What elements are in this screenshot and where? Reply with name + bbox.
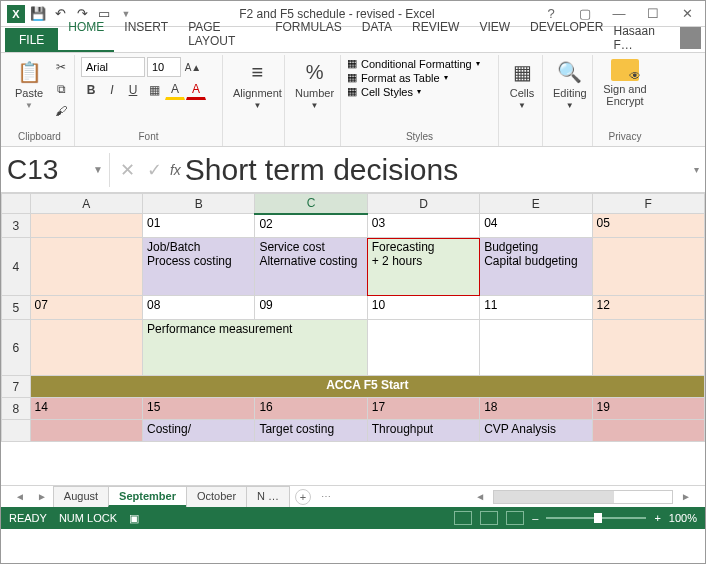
grow-font-icon[interactable]: A▲ [183,57,203,77]
cell[interactable] [592,320,704,376]
cell[interactable]: Job/Batch Process costing [143,238,255,296]
row-header-[interactable] [2,420,31,442]
cells-button[interactable]: ▦Cells▼ [505,57,539,112]
close-icon[interactable]: ✕ [673,6,701,21]
macro-record-icon[interactable]: ▣ [129,512,139,525]
cell[interactable]: 18 [480,398,592,420]
conditional-formatting-button[interactable]: ▦Conditional Formatting▾ [347,57,480,70]
column-header-B[interactable]: B [143,194,255,214]
cell[interactable]: 11 [480,296,592,320]
format-painter-icon[interactable]: 🖌 [51,101,71,121]
row-header-7[interactable]: 7 [2,376,31,398]
hscroll-left-icon[interactable]: ◄ [469,491,491,502]
hscroll-right-icon[interactable]: ► [675,491,697,502]
cell[interactable]: 09 [255,296,367,320]
row-header-3[interactable]: 3 [2,214,31,238]
cell[interactable]: CVP Analysis [480,420,592,442]
column-header-F[interactable]: F [592,194,704,214]
paste-button[interactable]: 📋 Paste ▼ [11,57,47,112]
cell[interactable]: 07 [30,296,142,320]
cell[interactable]: 10 [367,296,479,320]
alignment-button[interactable]: ≡Alignment▼ [229,57,286,112]
cell[interactable]: 17 [367,398,479,420]
cell[interactable]: Performance measurement [143,320,368,376]
tab-developer[interactable]: DEVELOPER [520,15,613,52]
format-as-table-button[interactable]: ▦Format as Table▾ [347,71,480,84]
row-header-4[interactable]: 4 [2,238,31,296]
zoom-slider[interactable] [546,517,646,519]
cell[interactable]: Budgeting Capital budgeting [480,238,592,296]
sheet-more-icon[interactable]: ⋯ [315,491,337,502]
cell[interactable]: ACCA F5 Start [30,376,704,398]
cell[interactable] [30,320,142,376]
cell[interactable]: 19 [592,398,704,420]
tab-page-layout[interactable]: PAGE LAYOUT [178,15,265,52]
sheet-tab-august[interactable]: August [53,486,109,507]
cell[interactable]: Throughput [367,420,479,442]
tab-home[interactable]: HOME [58,15,114,52]
bold-button[interactable]: B [81,80,101,100]
fill-color-button[interactable]: A [165,80,185,100]
cell[interactable] [480,320,592,376]
italic-button[interactable]: I [102,80,122,100]
zoom-in-button[interactable]: + [654,512,660,524]
cell[interactable] [30,420,142,442]
cell[interactable]: 08 [143,296,255,320]
cell-styles-button[interactable]: ▦Cell Styles▾ [347,85,480,98]
column-header-C[interactable]: C [255,194,367,214]
sheet-nav-prev-icon[interactable]: ◄ [9,491,31,502]
cell[interactable]: 14 [30,398,142,420]
new-sheet-button[interactable]: + [295,489,311,505]
cell[interactable]: Service cost Alternative costing [255,238,367,296]
cell[interactable] [367,320,479,376]
tab-data[interactable]: DATA [352,15,402,52]
row-header-8[interactable]: 8 [2,398,31,420]
cell[interactable]: 12 [592,296,704,320]
cell[interactable]: 04 [480,214,592,238]
sign-encrypt-button[interactable]: Sign and Encrypt [599,57,651,109]
sheet-tab-september[interactable]: September [108,486,187,507]
tab-file[interactable]: FILE [5,28,58,52]
name-box-dropdown-icon[interactable]: ▼ [89,164,107,175]
copy-icon[interactable]: ⧉ [51,79,71,99]
cell[interactable]: Costing/ [143,420,255,442]
tab-review[interactable]: REVIEW [402,15,469,52]
cell[interactable]: 16 [255,398,367,420]
horizontal-scrollbar[interactable] [493,490,673,504]
name-box[interactable] [7,154,87,186]
sheet-tab-october[interactable]: October [186,486,247,507]
account-user[interactable]: Hasaan F… [613,24,701,52]
tab-insert[interactable]: INSERT [114,15,178,52]
view-normal-button[interactable] [454,511,472,525]
column-header-E[interactable]: E [480,194,592,214]
cell[interactable] [592,420,704,442]
tab-view[interactable]: VIEW [469,15,520,52]
cell[interactable] [30,214,142,238]
sheet-nav-next-icon[interactable]: ► [31,491,53,502]
border-button[interactable]: ▦ [144,80,164,100]
row-header-6[interactable]: 6 [2,320,31,376]
cell[interactable]: Target costing [255,420,367,442]
cell[interactable]: 03 [367,214,479,238]
column-header-A[interactable]: A [30,194,142,214]
font-size-input[interactable] [147,57,181,77]
cell[interactable]: 02 [255,214,367,238]
tab-formulas[interactable]: FORMULAS [265,15,352,52]
underline-button[interactable]: U [123,80,143,100]
cell[interactable] [30,238,142,296]
cancel-icon[interactable]: ✕ [116,159,139,181]
font-name-input[interactable] [81,57,145,77]
fx-icon[interactable]: fx [170,162,181,178]
view-page-break-button[interactable] [506,511,524,525]
cell[interactable] [592,238,704,296]
spreadsheet-grid[interactable]: ABCDEF301020304054Job/Batch Process cost… [1,193,705,485]
sheet-tab-n-[interactable]: N … [246,486,290,507]
view-page-layout-button[interactable] [480,511,498,525]
editing-button[interactable]: 🔍Editing▼ [549,57,591,112]
formula-expand-icon[interactable]: ▾ [694,164,699,175]
number-button[interactable]: %Number▼ [291,57,338,112]
font-color-button[interactable]: A [186,80,206,100]
maximize-icon[interactable]: ☐ [639,6,667,21]
cut-icon[interactable]: ✂ [51,57,71,77]
cell[interactable]: 15 [143,398,255,420]
